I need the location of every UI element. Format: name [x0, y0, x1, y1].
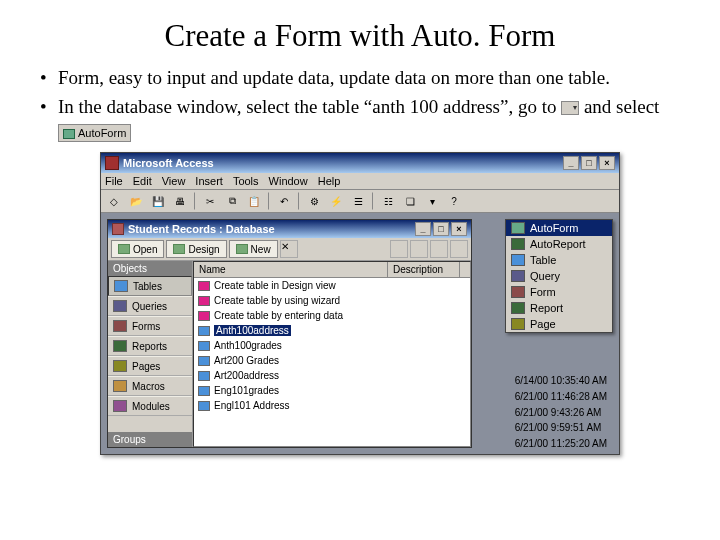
dropdown-item-autoreport[interactable]: AutoReport [506, 236, 612, 252]
row-label: Create table by using wizard [214, 295, 340, 306]
dropdown-item-report[interactable]: Report [506, 300, 612, 316]
table-row[interactable]: Art200address [194, 368, 470, 383]
bullet-1: Form, easy to input and update data, upd… [58, 66, 702, 91]
table-row[interactable]: Art200 Grades [194, 353, 470, 368]
toolbar-link-icon[interactable]: ⚙ [304, 192, 324, 210]
reports-icon [113, 340, 127, 352]
menu-insert[interactable]: Insert [195, 175, 223, 187]
row-label: Art200address [214, 370, 279, 381]
view-small-icons[interactable] [410, 240, 428, 258]
toolbar-copy-icon[interactable]: ⧉ [222, 192, 242, 210]
toolbar-rel-icon[interactable]: ☰ [348, 192, 368, 210]
view-large-icons[interactable] [390, 240, 408, 258]
row-label: Art200 Grades [214, 355, 279, 366]
toolbar-sep [194, 192, 196, 210]
table-row[interactable]: Create table by entering data [194, 308, 470, 323]
row-label: Create table in Design view [214, 280, 336, 291]
modified-date: 6/21/00 9:43:26 AM [515, 405, 607, 421]
query-icon [511, 270, 525, 282]
db-maximize-button[interactable]: □ [433, 222, 449, 236]
dropdown-label: Table [530, 254, 556, 266]
menu-file[interactable]: File [105, 175, 123, 187]
dropdown-label: Page [530, 318, 556, 330]
row-icon [198, 386, 210, 396]
toolbar-help-icon[interactable]: ? [444, 192, 464, 210]
table-row[interactable]: Eng101grades [194, 383, 470, 398]
new-object-dropdown-icon [561, 101, 579, 115]
toolbar-undo-icon[interactable]: ↶ [274, 192, 294, 210]
db-design-button[interactable]: Design [166, 240, 226, 258]
toolbar-analyze-icon[interactable]: ⚡ [326, 192, 346, 210]
row-icon [198, 311, 210, 321]
modified-date: 6/21/00 11:46:28 AM [515, 389, 607, 405]
toolbar-save-icon[interactable]: 💾 [148, 192, 168, 210]
table-row[interactable]: Create table in Design view [194, 278, 470, 293]
toolbar-sep3 [298, 192, 300, 210]
page-icon [511, 318, 525, 330]
row-label: Anth100address [214, 325, 291, 336]
table-row[interactable]: Anth100address [194, 323, 470, 338]
db-delete-button[interactable]: ✕ [280, 240, 298, 258]
menu-help[interactable]: Help [318, 175, 341, 187]
autoform-icon [63, 129, 75, 139]
dropdown-label: Form [530, 286, 556, 298]
maximize-button[interactable]: □ [581, 156, 597, 170]
sidebar-item-tables[interactable]: Tables [108, 276, 192, 296]
db-close-button[interactable]: × [451, 222, 467, 236]
table-row[interactable]: Create table by using wizard [194, 293, 470, 308]
view-list[interactable] [430, 240, 448, 258]
app-title: Microsoft Access [123, 157, 214, 169]
toolbar-props-icon[interactable]: ☷ [378, 192, 398, 210]
db-new-button[interactable]: New [229, 240, 278, 258]
dropdown-label: Query [530, 270, 560, 282]
col-name[interactable]: Name [194, 262, 388, 277]
row-icon [198, 356, 210, 366]
sidebar-item-pages[interactable]: Pages [108, 356, 192, 376]
dropdown-item-table[interactable]: Table [506, 252, 612, 268]
db-window-icon [112, 223, 124, 235]
menu-tools[interactable]: Tools [233, 175, 259, 187]
minimize-button[interactable]: _ [563, 156, 579, 170]
dropdown-item-query[interactable]: Query [506, 268, 612, 284]
sidebar-item-forms[interactable]: Forms [108, 316, 192, 336]
toolbar-newobj-icon[interactable]: ▾ [422, 192, 442, 210]
toolbar-open-icon[interactable]: 📂 [126, 192, 146, 210]
dropdown-label: AutoReport [530, 238, 586, 250]
bullet-2-mid: and select [584, 96, 659, 117]
menu-window[interactable]: Window [269, 175, 308, 187]
toolbar-new-icon[interactable]: ◇ [104, 192, 124, 210]
row-icon [198, 341, 210, 351]
pages-icon [113, 360, 127, 372]
sidebar-item-macros[interactable]: Macros [108, 376, 192, 396]
toolbar-code-icon[interactable]: ❏ [400, 192, 420, 210]
toolbar-print-icon[interactable]: 🖶 [170, 192, 190, 210]
toolbar-cut-icon[interactable]: ✂ [200, 192, 220, 210]
menu-edit[interactable]: Edit [133, 175, 152, 187]
autoreport-icon [511, 238, 525, 250]
design-icon [173, 244, 185, 254]
table-row[interactable]: Engl101 Address [194, 398, 470, 413]
sidebar-item-queries[interactable]: Queries [108, 296, 192, 316]
dropdown-item-form[interactable]: Form [506, 284, 612, 300]
table-row[interactable]: Anth100grades [194, 338, 470, 353]
form-icon [511, 286, 525, 298]
dropdown-item-autoform[interactable]: AutoForm [506, 220, 612, 236]
db-minimize-button[interactable]: _ [415, 222, 431, 236]
row-label: Eng101grades [214, 385, 279, 396]
toolbar-paste-icon[interactable]: 📋 [244, 192, 264, 210]
db-toolbar: Open Design New ✕ [108, 238, 471, 261]
close-button[interactable]: × [599, 156, 615, 170]
forms-icon [113, 320, 127, 332]
access-app-icon [105, 156, 119, 170]
db-open-button[interactable]: Open [111, 240, 164, 258]
sidebar-item-reports[interactable]: Reports [108, 336, 192, 356]
col-desc[interactable]: Description [388, 262, 460, 277]
view-details[interactable] [450, 240, 468, 258]
object-list: Name Description Create table in Design … [193, 261, 471, 447]
menu-view[interactable]: View [162, 175, 186, 187]
dropdown-item-page[interactable]: Page [506, 316, 612, 332]
sidebar-footer: Groups [108, 432, 192, 447]
objects-sidebar: Objects Tables Queries Forms Reports Pag… [108, 261, 193, 447]
db-title: Student Records : Database [128, 223, 275, 235]
sidebar-item-modules[interactable]: Modules [108, 396, 192, 416]
